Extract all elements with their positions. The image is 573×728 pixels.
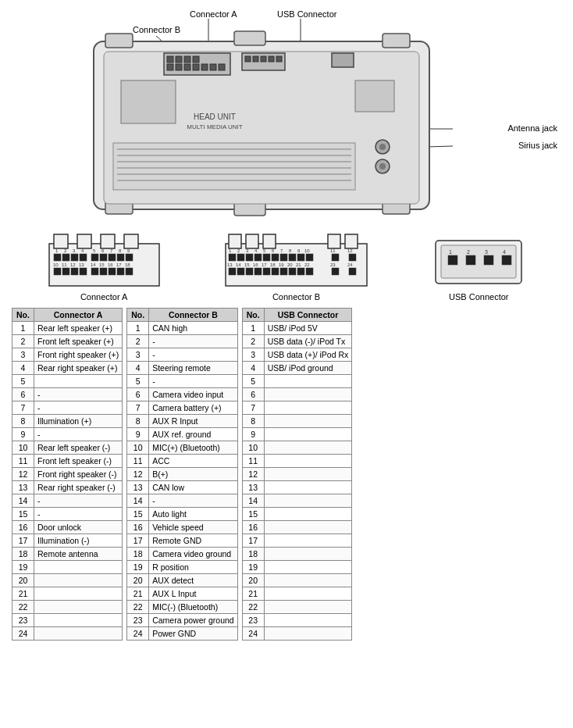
table-a-row-no: 6 <box>12 388 34 401</box>
svg-rect-17 <box>193 56 199 62</box>
table-usb-row-desc <box>264 455 352 468</box>
table-row: 13Rear right speaker (-) <box>12 481 123 494</box>
table-b-row-desc: AUX L Input <box>149 587 237 601</box>
svg-rect-93 <box>345 234 358 248</box>
svg-rect-91 <box>263 234 276 248</box>
svg-text:15: 15 <box>99 262 105 267</box>
table-b-row-desc: - <box>149 494 237 508</box>
table-b-col1-header: No. <box>127 309 149 322</box>
table-row: 7Camera battery (+) <box>127 401 237 415</box>
table-row: 11ACC <box>127 455 237 468</box>
table-usb-row-no: 20 <box>242 574 264 587</box>
table-row: 5 <box>242 375 352 388</box>
svg-text:16: 16 <box>253 262 258 267</box>
table-row: 17 <box>242 534 352 548</box>
table-b-row-no: 12 <box>127 468 149 481</box>
table-usb-row-no: 22 <box>242 601 264 614</box>
table-usb-row-desc <box>264 534 352 548</box>
table-row: 16Vehicle speed <box>127 521 237 534</box>
table-usb-row-desc <box>264 401 352 415</box>
table-usb-row-desc <box>264 428 352 441</box>
svg-rect-53 <box>54 254 61 261</box>
table-a-row-desc: - <box>34 388 123 401</box>
table-usb-row-desc <box>264 468 352 481</box>
table-a-row-desc: Front left speaker (-) <box>34 455 123 468</box>
table-b-row-no: 3 <box>127 348 149 362</box>
usb-connector-diagram: 1 2 3 4 USB Connector <box>432 233 525 302</box>
svg-rect-137 <box>306 268 313 275</box>
svg-rect-135 <box>297 268 304 275</box>
svg-rect-49 <box>77 234 91 248</box>
table-usb-row-no: 6 <box>242 388 264 401</box>
svg-rect-30 <box>276 56 282 62</box>
table-a-row-no: 15 <box>12 508 34 521</box>
table-usb-row-no: 7 <box>242 401 264 415</box>
svg-rect-22 <box>201 64 208 70</box>
table-a-row-desc: Front right speaker (+) <box>34 348 123 362</box>
svg-text:10: 10 <box>304 248 310 253</box>
table-a-row-desc: - <box>34 494 123 508</box>
table-usb-row-desc <box>264 415 352 428</box>
svg-point-42 <box>379 144 386 150</box>
table-usb-row-desc <box>264 494 352 508</box>
table-row: 23 <box>242 614 352 627</box>
table-usb-row-desc <box>264 601 352 614</box>
table-a-row-no: 12 <box>12 468 34 481</box>
svg-rect-151 <box>502 255 511 265</box>
svg-rect-111 <box>297 254 304 261</box>
table-a-row-no: 10 <box>12 441 34 455</box>
connector-b-table: No. Connector B 1CAN high2-3-4Steering r… <box>126 308 237 641</box>
table-row: 10MIC(+) (Bluetooth) <box>127 441 237 455</box>
table-row: 18Camera video ground <box>127 548 237 561</box>
table-b-row-desc: R position <box>149 561 237 574</box>
table-b-row-desc: Camera video ground <box>149 548 237 561</box>
table-row: 2USB data (-)/ iPod Tx <box>242 335 352 348</box>
table-usb-col1-header: No. <box>242 309 264 322</box>
table-row: 24Power GND <box>127 627 237 641</box>
svg-rect-51 <box>124 234 138 248</box>
table-usb-row-no: 2 <box>242 335 264 348</box>
svg-rect-117 <box>349 254 356 261</box>
table-a-row-no: 2 <box>12 335 34 348</box>
svg-text:18: 18 <box>270 262 276 267</box>
svg-rect-105 <box>272 254 279 261</box>
table-b-row-no: 11 <box>127 455 149 468</box>
table-a-row-no: 20 <box>12 574 34 587</box>
table-a-row-desc: Door unlock <box>34 521 123 534</box>
table-a-row-desc: Rear right speaker (-) <box>34 481 123 494</box>
table-row: 2Front left speaker (+) <box>12 335 123 348</box>
usb-connector-svg: 1 2 3 4 <box>432 233 525 287</box>
svg-rect-79 <box>91 268 98 275</box>
connector-a-title: Connector A <box>48 292 161 302</box>
table-a-row-desc: - <box>34 401 123 415</box>
table-row: 15- <box>12 508 123 521</box>
svg-text:3: 3 <box>485 249 488 255</box>
table-row: 19 <box>12 561 123 574</box>
table-a-row-desc: Remote antenna <box>34 548 123 561</box>
svg-rect-147 <box>466 255 475 265</box>
svg-rect-75 <box>71 268 78 275</box>
table-b-row-desc: Camera video input <box>149 388 237 401</box>
table-a-row-no: 8 <box>12 415 34 428</box>
table-row: 3USB data (+)/ iPod Rx <box>242 348 352 362</box>
svg-rect-109 <box>289 254 296 261</box>
table-b-row-no: 4 <box>127 362 149 375</box>
table-a-row-desc: Rear right speaker (+) <box>34 362 123 375</box>
table-usb-row-desc <box>264 561 352 574</box>
table-usb-row-desc: USB/ iPod ground <box>264 362 352 375</box>
svg-rect-48 <box>54 234 68 248</box>
svg-rect-107 <box>280 254 287 261</box>
table-usb-container: No. USB Connector 1USB/ iPod 5V2USB data… <box>242 308 353 641</box>
table-row: 12B(+) <box>127 468 237 481</box>
table-usb-row-no: 14 <box>242 494 264 508</box>
table-b-row-no: 17 <box>127 534 149 548</box>
svg-rect-99 <box>246 254 253 261</box>
table-row: 8Illumination (+) <box>12 415 123 428</box>
svg-rect-141 <box>349 268 356 275</box>
svg-rect-149 <box>484 255 493 265</box>
table-a-row-desc <box>34 587 123 601</box>
svg-text:MULTI MEDIA UNIT: MULTI MEDIA UNIT <box>187 123 243 130</box>
svg-text:14: 14 <box>91 262 96 267</box>
table-row: 24 <box>12 627 123 641</box>
table-a-row-no: 11 <box>12 455 34 468</box>
